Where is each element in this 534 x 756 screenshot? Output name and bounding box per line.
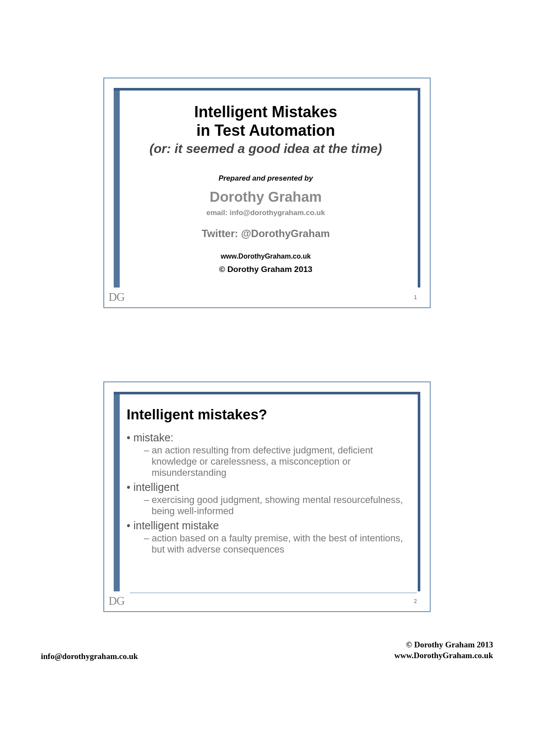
slide-2-divider [130,593,417,593]
slide-1-email: email: info@dorothygraham.co.uk [127,209,405,217]
slide-1-title-line1: Intelligent Mistakes [127,103,405,121]
dg-logo-icon: DG [109,291,124,304]
slide-2: Intelligent mistakes? mistake: an action… [103,381,431,612]
slide-1-title-line2: in Test Automation [127,121,405,140]
slide-1: Intelligent Mistakes in Test Automation … [103,78,431,308]
slide-1-copyright: © Dorothy Graham 2013 [127,265,405,274]
slide-1-subtitle: (or: it seemed a good idea at the time) [127,141,405,156]
bullet-intelligent: intelligent [127,481,405,494]
slide-1-content: Intelligent Mistakes in Test Automation … [118,103,405,274]
slide-1-number: 1 [414,294,417,300]
slide-2-frame: Intelligent mistakes? mistake: an action… [114,392,420,591]
slide-2-bullets: mistake: an action resulting from defect… [127,431,405,555]
bullet-intelligent-def: exercising good judgment, showing mental… [144,494,405,517]
slide-2-content: Intelligent mistakes? mistake: an action… [118,406,405,555]
dg-logo-icon: DG [109,594,124,608]
page-footer-right: © Dorothy Graham 2013 www.DorothyGraham.… [394,639,493,661]
slide-2-number: 2 [414,598,417,604]
slide-1-prepared-by: Prepared and presented by [127,174,405,183]
slide-2-title: Intelligent mistakes? [127,406,405,423]
bullet-mistake: mistake: [127,431,405,444]
page-footer-website: www.DorothyGraham.co.uk [394,650,493,661]
page-footer-email: info@dorothygraham.co.uk [41,652,138,661]
bullet-mistake-def: an action resulting from defective judgm… [144,445,405,478]
bullet-intelligent-mistake-def: action based on a faulty premise, with t… [144,533,405,555]
slide-1-frame: Intelligent Mistakes in Test Automation … [114,88,420,287]
bullet-intelligent-mistake: intelligent mistake [127,519,405,532]
handout-page: Intelligent Mistakes in Test Automation … [0,0,534,756]
slide-1-author: Dorothy Graham [127,189,405,205]
page-footer-copyright: © Dorothy Graham 2013 [394,639,493,650]
slide-1-website: www.DorothyGraham.co.uk [127,253,405,260]
slide-1-twitter: Twitter: @DorothyGraham [127,228,405,240]
